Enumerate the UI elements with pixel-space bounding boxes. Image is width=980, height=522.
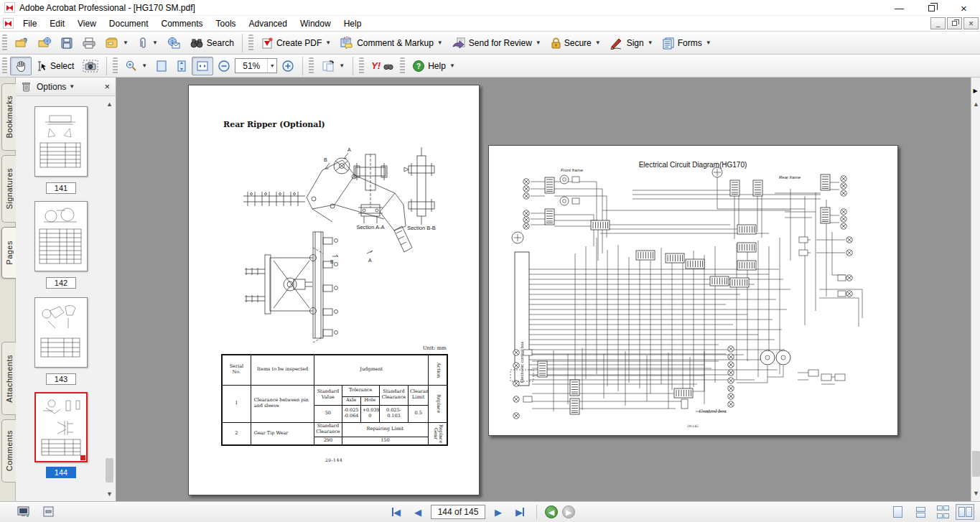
zoom-tool-button[interactable]: ▼	[121, 57, 151, 75]
panel-scroll-down-icon[interactable]: ▼	[105, 489, 114, 498]
search-button[interactable]: Search	[185, 34, 238, 52]
sign-button[interactable]: Sign ▼	[605, 34, 658, 52]
create-pdf-button[interactable]: Create PDF ▼	[256, 34, 335, 52]
page-number-141[interactable]: 141	[46, 182, 76, 194]
save-button[interactable]	[56, 34, 78, 52]
secure-button[interactable]: Secure ▼	[546, 34, 605, 52]
previous-view-button[interactable]: ◀	[545, 505, 558, 518]
pages-options-button[interactable]: Options▼	[37, 82, 75, 92]
fit-height-button[interactable]	[172, 57, 192, 75]
menu-document[interactable]: Document	[103, 17, 155, 30]
page-navigation: ◀ ◀ 144 of 145 ▶ ▶ ◀ ▶	[388, 505, 575, 519]
panel-scroll-thumb[interactable]	[106, 458, 113, 483]
toolbar-grip[interactable]	[400, 57, 405, 75]
open-web-button[interactable]	[33, 34, 56, 52]
select-tool-button[interactable]: Select	[32, 57, 78, 75]
menu-edit[interactable]: Edit	[43, 17, 71, 30]
menu-advanced[interactable]: Advanced	[243, 17, 294, 30]
document-page-145[interactable]: Electrical Circuit Diagram(HG170) Front …	[488, 145, 898, 436]
tab-bookmarks[interactable]: Bookmarks	[1, 83, 16, 151]
continuous-button[interactable]	[911, 504, 930, 520]
toolbar-grip[interactable]	[113, 57, 118, 75]
toolbar-grip[interactable]	[2, 34, 7, 52]
panel-reveal-button[interactable]: ▶	[971, 85, 979, 96]
menu-window[interactable]: Window	[294, 17, 337, 30]
tab-comments[interactable]: Comments	[1, 419, 16, 483]
scroll-up-icon[interactable]: ▲	[971, 99, 980, 108]
page-number-144[interactable]: 144	[46, 467, 76, 478]
menu-file[interactable]: File	[17, 17, 43, 30]
toolbar-separator	[353, 57, 353, 75]
attach-button[interactable]: ▼	[133, 34, 162, 52]
trash-icon[interactable]	[22, 81, 31, 92]
first-page-button[interactable]: ◀	[388, 505, 405, 519]
single-page-button[interactable]	[888, 504, 907, 520]
fit-page-icon	[156, 60, 167, 73]
doc-minimize-button[interactable]: _	[930, 17, 946, 29]
toolbar-grip[interactable]	[2, 57, 7, 75]
page-size-icon[interactable]	[43, 506, 55, 518]
open-button[interactable]	[10, 34, 33, 52]
organizer-button[interactable]: ▼	[101, 34, 133, 52]
page-number-142[interactable]: 142	[46, 277, 76, 289]
help-button[interactable]: ? Help ▼	[408, 57, 459, 75]
last-page-button[interactable]: ▶	[511, 505, 528, 519]
screen-mode-icon[interactable]	[17, 506, 30, 518]
panel-scrollbar[interactable]: ▲ ▼	[105, 99, 114, 498]
zoom-level-caret[interactable]: ▼	[267, 59, 276, 73]
zoom-out-button[interactable]	[213, 57, 235, 75]
tab-signatures[interactable]: Signatures	[1, 155, 16, 223]
snapshot-button[interactable]	[78, 57, 103, 75]
doc-restore-icon	[952, 21, 957, 26]
page-number-field[interactable]: 144 of 145	[431, 505, 485, 519]
cell-limit-1: 0.5	[409, 405, 429, 422]
page-number-143[interactable]: 143	[46, 373, 76, 385]
yahoo-search-button[interactable]: Y!	[367, 57, 398, 75]
facing-button[interactable]	[956, 504, 974, 520]
send-review-button[interactable]: Send for Review ▼	[447, 34, 546, 52]
fit-width-button[interactable]	[192, 57, 213, 75]
hand-tool-button[interactable]	[10, 57, 32, 75]
page-display-button[interactable]: ▼	[317, 57, 349, 75]
doc-restore-button[interactable]	[947, 17, 962, 29]
comment-markup-caret: ▼	[437, 39, 443, 46]
window-restore-button[interactable]	[915, 0, 948, 16]
menu-help[interactable]: Help	[337, 17, 368, 30]
page-thumbnail-143[interactable]	[34, 297, 88, 368]
next-page-button[interactable]: ▶	[490, 505, 507, 519]
page-thumbnail-144[interactable]	[34, 392, 88, 462]
next-view-button[interactable]: ▶	[562, 505, 575, 518]
forms-button[interactable]: Forms ▼	[658, 34, 716, 52]
scroll-thumb[interactable]	[972, 451, 980, 477]
fit-page-button[interactable]	[151, 57, 172, 75]
zoom-level-combobox[interactable]: 51% ▼	[235, 58, 277, 73]
toolbar-grip[interactable]	[359, 57, 364, 75]
menu-tools[interactable]: Tools	[210, 17, 243, 30]
toolbar-grip[interactable]	[248, 34, 253, 52]
zoom-out-icon	[218, 60, 230, 73]
page-thumbnail-141[interactable]	[34, 106, 88, 177]
sign-label: Sign	[627, 38, 644, 48]
scroll-down-icon[interactable]: ▼	[971, 488, 980, 498]
document-scrollbar[interactable]: ▶ ▲ ▼	[971, 78, 980, 501]
document-area[interactable]: Rear Ripper (Optional)	[123, 78, 971, 501]
window-close-button[interactable]: ×	[948, 0, 980, 16]
page-thumbnail-142[interactable]	[34, 201, 88, 271]
panel-scroll-up-icon[interactable]: ▲	[105, 99, 114, 108]
document-page-144[interactable]: Rear Ripper (Optional)	[188, 85, 480, 495]
toolbar-grip[interactable]	[309, 57, 314, 75]
doc-close-button[interactable]: ×	[963, 17, 979, 29]
pages-panel-close-button[interactable]: ×	[104, 81, 110, 92]
select-label: Select	[50, 61, 74, 71]
window-minimize-button[interactable]: —	[883, 0, 915, 16]
tab-pages[interactable]: Pages	[1, 227, 16, 279]
zoom-in-button[interactable]	[277, 57, 299, 75]
previous-page-button[interactable]: ◀	[409, 505, 426, 519]
print-button[interactable]	[78, 34, 101, 52]
tab-attachments[interactable]: Attachments	[1, 342, 16, 415]
menu-view[interactable]: View	[71, 17, 103, 30]
menu-comments[interactable]: Comments	[155, 17, 210, 30]
comment-markup-button[interactable]: Comment & Markup ▼	[335, 34, 447, 52]
continuous-facing-button[interactable]	[934, 504, 951, 520]
email-button[interactable]	[162, 34, 185, 52]
